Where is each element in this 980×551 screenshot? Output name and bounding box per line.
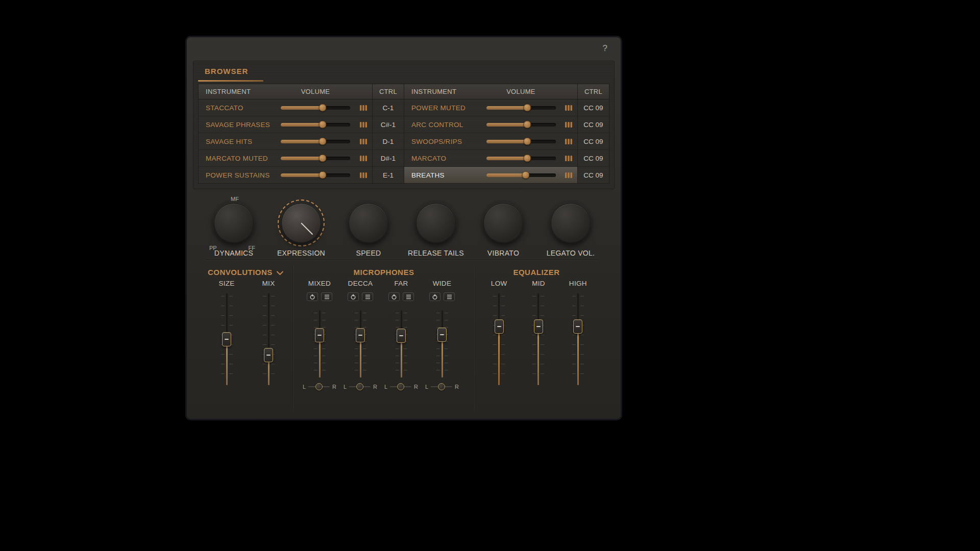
eq-high-slider[interactable]	[571, 293, 585, 385]
volume-slider[interactable]	[276, 116, 355, 133]
speed-knob[interactable]	[349, 203, 388, 243]
size-slider[interactable]	[219, 293, 234, 385]
instrument-name[interactable]: MARCATO	[404, 150, 482, 166]
volume-slider-knob[interactable]	[523, 138, 531, 145]
keyswitch-icon[interactable]	[560, 99, 577, 116]
instrument-name[interactable]: STACCATO	[199, 99, 276, 116]
slider-handle[interactable]	[264, 348, 273, 362]
dynamics-knob[interactable]	[214, 203, 254, 243]
pan-slider[interactable]	[390, 386, 411, 387]
instrument-name[interactable]: BREATHS	[404, 167, 482, 183]
keyswitch-icon[interactable]	[560, 150, 577, 166]
ctrl-value[interactable]: CC 09	[577, 150, 609, 166]
ctrl-value[interactable]: CC 09	[577, 167, 609, 183]
legato-vol-knob[interactable]	[551, 203, 591, 243]
mic-volume-slider[interactable]	[435, 310, 450, 378]
pan-slider[interactable]	[431, 386, 452, 387]
instrument-name[interactable]: POWER SUSTAINS	[199, 167, 276, 183]
eq-low-slider[interactable]	[492, 293, 506, 385]
pan-knob[interactable]	[315, 383, 323, 390]
instrument-name[interactable]: POWER MUTED	[404, 99, 482, 116]
expression-knob[interactable]	[281, 203, 321, 243]
volume-slider[interactable]	[276, 150, 355, 166]
volume-slider[interactable]	[276, 133, 355, 149]
slider-handle[interactable]	[534, 319, 543, 334]
output-list-button[interactable]	[321, 292, 332, 301]
keyswitch-icon[interactable]	[560, 167, 577, 183]
ctrl-value[interactable]: C#-1	[372, 116, 404, 133]
tick-marks	[580, 296, 584, 383]
eq-mid-slider[interactable]	[531, 293, 546, 385]
mic-label: DECCA	[348, 280, 373, 287]
power-button[interactable]	[388, 292, 400, 301]
table-row: MARCATO MUTED D#-1	[199, 150, 404, 167]
slider-handle[interactable]	[222, 332, 231, 346]
volume-slider-knob[interactable]	[318, 104, 326, 112]
output-list-button[interactable]	[362, 292, 373, 301]
volume-slider[interactable]	[482, 116, 560, 133]
pan-slider[interactable]	[308, 386, 330, 387]
ctrl-value[interactable]: D#-1	[372, 150, 404, 166]
volume-slider[interactable]	[482, 150, 560, 166]
ctrl-value[interactable]: CC 09	[577, 133, 609, 149]
release-tails-knob[interactable]	[416, 203, 456, 243]
tab-browser[interactable]: BROWSER	[205, 67, 248, 76]
power-button[interactable]	[307, 292, 318, 301]
keyswitch-icon[interactable]	[355, 167, 372, 183]
mic-volume-slider[interactable]	[312, 310, 327, 378]
ctrl-value[interactable]: CC 09	[577, 99, 609, 116]
volume-slider-knob[interactable]	[523, 104, 531, 112]
volume-slider-knob[interactable]	[318, 155, 326, 162]
keyswitch-icon[interactable]	[560, 116, 577, 133]
mic-volume-slider[interactable]	[394, 310, 409, 378]
keyswitch-icon[interactable]	[355, 99, 372, 116]
slider-handle[interactable]	[315, 328, 324, 342]
pan-left-label: L	[303, 384, 306, 390]
ctrl-value[interactable]: E-1	[372, 167, 404, 183]
volume-slider-knob[interactable]	[523, 121, 531, 129]
pan-knob[interactable]	[438, 383, 445, 390]
slider-handle[interactable]	[437, 328, 447, 342]
volume-slider[interactable]	[276, 99, 355, 116]
mix-slider[interactable]	[261, 293, 276, 385]
volume-slider[interactable]	[276, 167, 355, 183]
instrument-name[interactable]: MARCATO MUTED	[199, 150, 276, 166]
ctrl-value[interactable]: CC 09	[577, 116, 609, 133]
power-button[interactable]	[348, 292, 359, 301]
keyswitch-icon[interactable]	[355, 116, 372, 133]
slider-handle[interactable]	[495, 319, 504, 334]
table-row: SAVAGE HITS D-1	[199, 133, 404, 150]
keyswitch-icon[interactable]	[355, 133, 372, 149]
slider-handle[interactable]	[397, 329, 406, 343]
instrument-name[interactable]: SAVAGE HITS	[199, 133, 276, 149]
vibrato-knob[interactable]	[483, 203, 523, 243]
power-button[interactable]	[429, 292, 440, 301]
keyswitch-icon[interactable]	[355, 150, 372, 166]
slider-handle[interactable]	[573, 319, 582, 334]
instrument-name[interactable]: ARC CONTROL	[404, 116, 482, 133]
knob-unit-expression: EXPRESSION	[276, 196, 327, 257]
instrument-name[interactable]: SWOOPS/RIPS	[404, 133, 482, 149]
slider-handle[interactable]	[356, 328, 365, 342]
volume-slider[interactable]	[482, 99, 560, 116]
volume-slider[interactable]	[482, 167, 560, 183]
ctrl-value[interactable]: D-1	[372, 133, 404, 149]
ctrl-value[interactable]: C-1	[372, 99, 404, 116]
pan-knob[interactable]	[356, 383, 363, 390]
pan-slider[interactable]	[349, 386, 371, 387]
volume-slider[interactable]	[482, 133, 560, 149]
volume-slider-knob[interactable]	[318, 171, 326, 179]
mic-volume-slider[interactable]	[353, 310, 368, 378]
instrument-name[interactable]: SAVAGE PHRASES	[199, 116, 276, 133]
help-button[interactable]: ?	[603, 43, 607, 54]
convolutions-header[interactable]: CONVOLUTIONS	[206, 268, 292, 277]
output-list-button[interactable]	[403, 292, 414, 301]
volume-slider-knob[interactable]	[318, 121, 326, 129]
pan-knob[interactable]	[397, 383, 404, 390]
volume-slider-knob[interactable]	[523, 155, 531, 162]
output-list-button[interactable]	[444, 292, 455, 301]
volume-slider-knob[interactable]	[318, 138, 326, 145]
keyswitch-icon[interactable]	[560, 133, 577, 149]
volume-slider-knob[interactable]	[522, 171, 530, 179]
mix-control: MIX	[248, 280, 289, 385]
